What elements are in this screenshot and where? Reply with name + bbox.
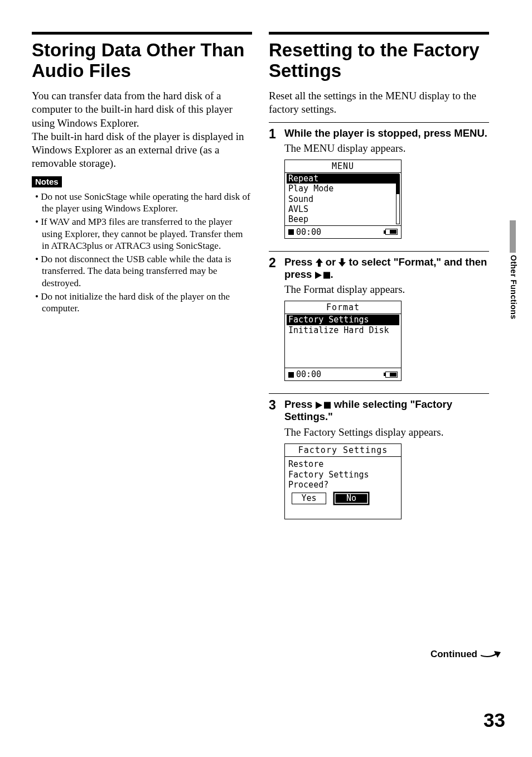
step-3: 3 Press while selecting "Factory Setting…	[269, 398, 489, 526]
step-subtext: The MENU display appears.	[284, 142, 489, 155]
section-rule	[269, 32, 489, 35]
step-1: 1 While the player is stopped, press MEN…	[269, 127, 489, 245]
step-heading: Press while selecting "Factory Settings.…	[284, 398, 489, 423]
lcd-screen-factory: Factory Settings Restore Factory Setting…	[284, 443, 402, 519]
up-arrow-icon	[316, 258, 323, 267]
lcd-time: 00:00	[288, 227, 321, 237]
step-heading: While the player is stopped, press MENU.	[284, 127, 489, 139]
play-stop-icon	[315, 272, 331, 279]
step-number: 1	[269, 127, 279, 245]
lcd-scrollbar-thumb	[396, 175, 399, 194]
divider	[269, 122, 489, 123]
stop-icon	[288, 229, 294, 235]
right-column: Resetting to the Factory Settings Reset …	[269, 32, 489, 529]
lcd-item: Beep	[285, 214, 401, 224]
note-item: Do not use SonicStage while operating th…	[35, 191, 252, 215]
notes-list: Do not use SonicStage while operating th…	[32, 191, 252, 315]
battery-icon	[384, 229, 398, 235]
lcd-item-selected: Repeat	[287, 173, 399, 184]
lcd-item: AVLS	[285, 204, 401, 214]
step-number: 3	[269, 398, 279, 526]
divider	[269, 393, 489, 394]
note-item: Do not disconnect the USB cable while th…	[35, 253, 252, 289]
lcd-time-text: 00:00	[296, 227, 321, 237]
lcd-item: Sound	[285, 194, 401, 204]
divider	[269, 251, 489, 252]
lcd-screen-format: Format Factory Settings Initialize Hard …	[284, 301, 402, 381]
lcd-message-line: Proceed?	[288, 480, 398, 490]
left-column: Storing Data Other Than Audio Files You …	[32, 32, 252, 529]
lcd-item: Play Mode	[285, 184, 401, 194]
lcd-message-line: Factory Settings	[288, 470, 398, 480]
svg-rect-0	[323, 272, 330, 278]
lcd-screen-menu: MENU Repeat Play Mode Sound AVLS Beep	[284, 160, 402, 238]
continued-label: Continued	[431, 649, 477, 660]
intro-paragraph-right: Reset all the settings in the MENU displ…	[269, 89, 489, 117]
lcd-scrollbar	[396, 174, 400, 224]
note-item: Do not initialize the hard disk of the p…	[35, 291, 252, 315]
step-2: 2 Press or to select "Format," and then …	[269, 256, 489, 388]
section-title-right: Resetting to the Factory Settings	[269, 40, 489, 81]
lcd-button-yes[interactable]: Yes	[292, 493, 326, 504]
lcd-title: Factory Settings	[285, 444, 401, 457]
lcd-message-line: Restore	[288, 459, 398, 470]
lcd-title: Format	[285, 301, 401, 314]
notes-label: Notes	[32, 176, 62, 187]
page-number: 33	[483, 709, 505, 731]
play-stop-icon	[316, 402, 331, 409]
note-item: If WAV and MP3 files are transferred to …	[35, 216, 252, 252]
step-subtext: The Format display appears.	[284, 283, 489, 296]
text: Press	[284, 398, 316, 410]
continued-arrow-icon	[481, 651, 501, 658]
tab-label: Other Functions	[509, 220, 518, 320]
lcd-time: 00:00	[288, 369, 321, 379]
section-rule	[32, 32, 252, 35]
step-subtext: The Factory Settings display appears.	[284, 426, 489, 439]
down-arrow-icon	[338, 258, 346, 267]
lcd-item: Initialize Hard Disk	[285, 325, 401, 335]
continued-indicator: Continued	[431, 649, 501, 660]
text: Press	[284, 256, 316, 268]
lcd-time-text: 00:00	[296, 369, 321, 379]
text: .	[331, 268, 333, 280]
step-heading: Press or to select "Format," and then pr…	[284, 256, 489, 281]
lcd-button-no[interactable]: No	[334, 493, 369, 504]
section-title-left: Storing Data Other Than Audio Files	[32, 40, 252, 81]
intro-paragraph: You can transfer data from the hard disk…	[32, 89, 252, 171]
text: or	[323, 256, 339, 268]
section-tab: Other Functions	[501, 220, 510, 320]
svg-rect-1	[324, 402, 331, 409]
lcd-item-selected: Factory Settings	[287, 315, 399, 325]
step-number: 2	[269, 256, 279, 388]
battery-icon	[384, 372, 398, 378]
stop-icon	[288, 372, 294, 378]
lcd-title: MENU	[285, 160, 401, 173]
